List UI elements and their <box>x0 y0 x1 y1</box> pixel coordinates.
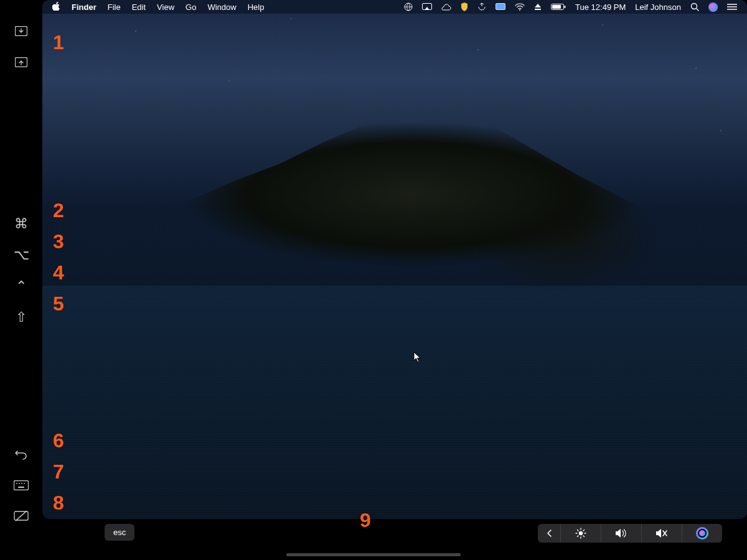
download-to-ipad-icon[interactable] <box>9 19 34 44</box>
annotation-2: 2 <box>53 199 64 222</box>
menubar-go[interactable]: Go <box>186 2 196 12</box>
menubar-spotlight-icon[interactable] <box>690 2 699 11</box>
annotation-4: 4 <box>53 261 64 284</box>
svg-point-6 <box>24 483 25 484</box>
svg-point-3 <box>16 483 17 484</box>
touchbar-brightness-button[interactable] <box>560 524 601 543</box>
menubar-battery-icon[interactable] <box>551 3 566 11</box>
svg-point-4 <box>19 483 20 484</box>
menubar-view[interactable]: View <box>157 2 174 12</box>
svg-rect-12 <box>496 4 505 10</box>
svg-line-18 <box>697 9 698 11</box>
control-key-icon[interactable]: ⌃ <box>9 274 34 299</box>
touchbar-siri-button[interactable] <box>682 524 722 543</box>
menubar-window[interactable]: Window <box>207 2 236 12</box>
annotation-6: 6 <box>53 429 64 452</box>
apple-menu-icon[interactable] <box>52 2 60 12</box>
svg-point-22 <box>579 531 583 535</box>
annotation-3: 3 <box>53 230 64 253</box>
touchbar-mute-button[interactable] <box>641 524 682 543</box>
siri-icon <box>696 527 708 539</box>
menubar-notification-icon[interactable] <box>727 3 737 11</box>
remote-desktop-view[interactable]: Finder File Edit View Go Window Help Tue… <box>42 0 747 519</box>
annotation-5: 5 <box>53 292 64 315</box>
svg-rect-15 <box>552 5 561 9</box>
sidecar-sidebar: ⌘ ⌥ ⌃ ⇧ <box>0 0 42 560</box>
upload-from-ipad-icon[interactable] <box>9 50 34 75</box>
keyboard-icon[interactable] <box>9 473 34 498</box>
menubar-wifi-icon[interactable] <box>515 3 525 11</box>
cursor-pointer-icon <box>413 352 422 365</box>
annotation-7: 7 <box>53 460 64 483</box>
svg-line-30 <box>578 536 579 537</box>
menubar-sync-icon[interactable] <box>477 2 486 11</box>
touchbar-volume-button[interactable] <box>601 524 641 543</box>
svg-line-27 <box>578 530 579 531</box>
menubar-siri-icon[interactable] <box>708 2 718 12</box>
menubar-eject-icon[interactable] <box>534 3 542 11</box>
menubar-shield-icon[interactable] <box>461 2 468 11</box>
home-indicator[interactable] <box>286 553 461 556</box>
svg-point-5 <box>21 483 22 484</box>
menubar-file[interactable]: File <box>108 2 121 12</box>
menubar-username[interactable]: Leif Johnson <box>635 2 681 12</box>
undo-icon[interactable] <box>9 442 34 467</box>
menubar-extra-globe-icon[interactable] <box>404 2 413 11</box>
svg-rect-16 <box>565 6 566 8</box>
svg-point-13 <box>519 9 520 11</box>
menubar-help[interactable]: Help <box>248 2 265 12</box>
svg-rect-7 <box>18 487 24 488</box>
annotation-9: 9 <box>360 509 371 532</box>
svg-line-9 <box>16 511 27 521</box>
svg-point-17 <box>692 4 697 9</box>
touchbar-expand-button[interactable] <box>538 524 560 543</box>
macos-menubar: Finder File Edit View Go Window Help Tue… <box>42 0 747 14</box>
esc-key-button[interactable]: esc <box>105 524 134 541</box>
menubar-creativecloud-icon[interactable] <box>441 3 451 11</box>
menubar-edit[interactable]: Edit <box>132 2 146 12</box>
shift-key-icon[interactable]: ⇧ <box>9 305 34 330</box>
annotation-8: 8 <box>53 492 64 515</box>
svg-line-29 <box>583 530 585 531</box>
menubar-screenmirror-icon[interactable] <box>422 3 432 11</box>
menubar-clock[interactable]: Tue 12:49 PM <box>575 2 626 12</box>
disconnect-display-icon[interactable] <box>9 504 34 529</box>
annotation-1: 1 <box>53 31 64 54</box>
touchbar-control-strip <box>538 524 722 543</box>
svg-rect-2 <box>14 481 29 490</box>
command-key-icon[interactable]: ⌘ <box>9 212 34 236</box>
menubar-app-name[interactable]: Finder <box>72 2 96 12</box>
menubar-display-icon[interactable] <box>496 3 505 11</box>
svg-line-28 <box>583 536 585 537</box>
option-key-icon[interactable]: ⌥ <box>9 243 34 268</box>
